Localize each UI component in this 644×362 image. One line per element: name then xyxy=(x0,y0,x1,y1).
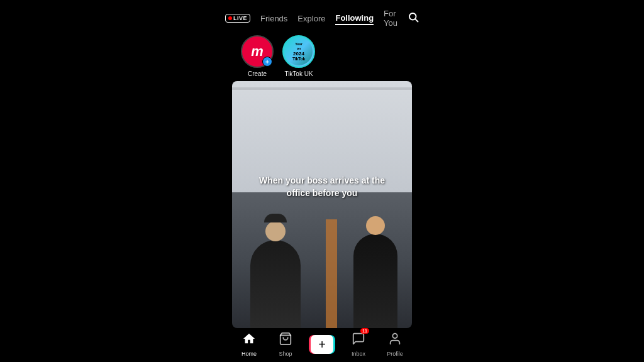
svg-line-1 xyxy=(415,19,418,21)
profile-icon xyxy=(388,332,402,349)
nav-for-you[interactable]: For You xyxy=(384,8,397,29)
nav-explore[interactable]: Explore xyxy=(297,13,325,25)
person-left-silhouette xyxy=(250,240,301,328)
home-label: Home xyxy=(242,351,257,357)
phone-area: LIVE Friends Explore Following For You m xyxy=(231,0,413,362)
create-button[interactable]: + xyxy=(309,335,335,354)
inbox-wrapper: 11 xyxy=(352,332,365,349)
person-right-silhouette xyxy=(353,234,397,328)
story-tiktok-uk[interactable]: Yearon 2024 TikTok TikTok UK xyxy=(282,35,315,77)
caption-text: When your boss arrives at the office bef… xyxy=(250,175,394,199)
search-icon[interactable] xyxy=(408,11,419,26)
nav-tab-inbox[interactable]: 11 Inbox xyxy=(343,332,374,357)
top-nav: LIVE Friends Explore Following For You xyxy=(231,0,413,29)
scene-lower xyxy=(232,192,412,328)
nav-tab-create[interactable]: + xyxy=(307,335,337,354)
story-tiktok-uk-avatar: Yearon 2024 TikTok xyxy=(282,35,315,68)
inbox-label: Inbox xyxy=(352,351,365,357)
inbox-icon xyxy=(352,333,365,349)
create-plus-icon: + xyxy=(318,338,326,351)
story-create[interactable]: m + Create xyxy=(241,35,274,77)
inbox-badge: 11 xyxy=(360,328,369,334)
create-plus-icon: + xyxy=(262,57,272,67)
bg-pillar xyxy=(326,219,337,328)
home-icon xyxy=(242,332,256,349)
live-dot xyxy=(228,16,232,20)
nav-following[interactable]: Following xyxy=(335,12,374,25)
video-area[interactable]: When your boss arrives at the office bef… xyxy=(232,81,412,328)
shop-label: Shop xyxy=(279,351,292,357)
story-create-avatar: m + xyxy=(241,35,274,68)
story-create-label: Create xyxy=(248,70,267,77)
create-m-letter: m xyxy=(251,43,264,60)
app-container: LIVE Friends Explore Following For You m xyxy=(0,0,644,362)
svg-point-3 xyxy=(392,334,397,338)
create-btn-white: + xyxy=(311,335,333,354)
shop-icon xyxy=(279,332,292,349)
nav-friends[interactable]: Friends xyxy=(260,13,287,25)
ceiling-detail xyxy=(232,87,412,90)
nav-tab-profile[interactable]: Profile xyxy=(380,332,410,357)
story-tiktok-uk-label: TikTok UK xyxy=(284,70,313,77)
stories-row: m + Create Yearon 2024 TikTok TikTok UK xyxy=(231,29,413,81)
bottom-nav: Home Shop + xyxy=(231,328,413,362)
live-badge[interactable]: LIVE xyxy=(225,14,250,23)
profile-label: Profile xyxy=(387,351,403,357)
live-text: LIVE xyxy=(233,15,247,21)
video-caption: When your boss arrives at the office bef… xyxy=(250,175,394,199)
nav-tab-home[interactable]: Home xyxy=(234,332,264,357)
tiktok-uk-inner: Yearon 2024 TikTok xyxy=(285,38,313,65)
nav-tab-shop[interactable]: Shop xyxy=(270,332,301,357)
